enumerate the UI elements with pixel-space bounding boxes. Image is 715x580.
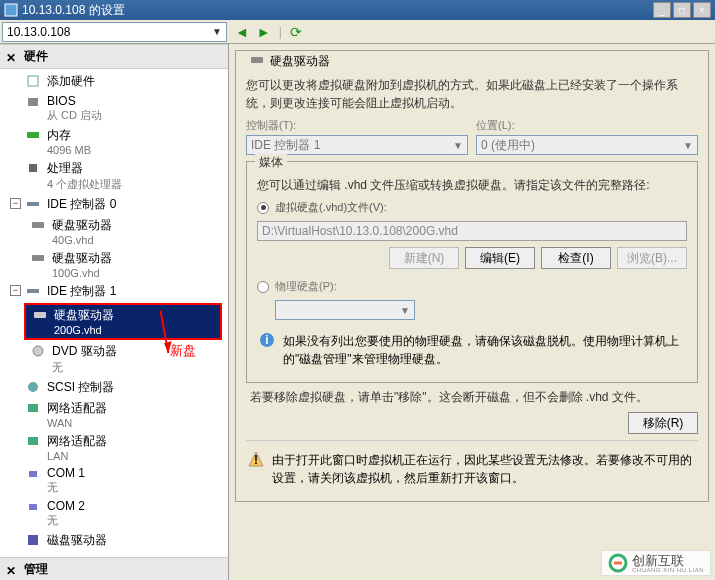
hardware-section-header[interactable]: ✕ 硬件 [0, 44, 228, 69]
remove-button-row: 移除(R) [246, 412, 698, 434]
disk-icon [30, 218, 46, 232]
svg-rect-5 [27, 202, 39, 206]
item-label: COM 1 [47, 466, 85, 480]
nic2-item[interactable]: 网络适配器LAN [0, 431, 228, 464]
vhd-buttons: 新建(N) 编辑(E) 检查(I) 浏览(B)... [257, 247, 687, 269]
svg-rect-12 [28, 404, 38, 412]
chip-icon [25, 95, 41, 109]
info-icon: i [259, 332, 275, 348]
physical-radio[interactable] [257, 281, 269, 293]
network-icon [25, 401, 41, 415]
new-button[interactable]: 新建(N) [389, 247, 459, 269]
floppy-icon [25, 533, 41, 547]
svg-point-11 [28, 382, 38, 392]
address-dropdown[interactable]: 10.13.0.108 ▼ [2, 22, 227, 42]
browse-button[interactable]: 浏览(B)... [617, 247, 687, 269]
svg-point-10 [33, 346, 43, 356]
physical-radio-label: 物理硬盘(P): [275, 279, 337, 294]
panel-description: 您可以更改将虚拟硬盘附加到虚拟机的方式。如果此磁盘上已经安装了一个操作系统，则更… [246, 76, 698, 112]
item-sub: WAN [47, 417, 107, 429]
dvd-item[interactable]: DVD 驱动器无 [0, 341, 228, 377]
physical-info-row: i 如果没有列出您要使用的物理硬盘，请确保该磁盘脱机。使用物理计算机上的"磁盘管… [257, 328, 687, 372]
svg-rect-8 [27, 289, 39, 293]
svg-rect-1 [28, 76, 38, 86]
floppy-item[interactable]: 磁盘驱动器 [0, 530, 228, 551]
vhd-radio[interactable] [257, 202, 269, 214]
separator [246, 440, 698, 441]
minimize-button[interactable]: _ [653, 2, 671, 18]
vhd-path-input[interactable]: D:\VirtualHost\10.13.0.108\200G.vhd [257, 221, 687, 241]
collapse-box-icon[interactable]: − [10, 198, 21, 209]
remove-button[interactable]: 移除(R) [628, 412, 698, 434]
nav-separator: | [279, 25, 282, 39]
management-section-label: 管理 [24, 561, 48, 578]
panel-title: 硬盘驱动器 [270, 53, 330, 70]
chevron-down-icon: ▼ [212, 26, 222, 37]
com2-item[interactable]: COM 2无 [0, 497, 228, 530]
item-label: 硬盘驱动器 [52, 217, 112, 234]
item-sub: 从 CD 启动 [47, 108, 102, 123]
bios-item[interactable]: BIOS从 CD 启动 [0, 92, 228, 125]
warning-icon: ! [248, 451, 264, 467]
svg-rect-4 [29, 164, 37, 172]
controller-location-row: 控制器(T): IDE 控制器 1 ▼ 位置(L): 0 (使用中) ▼ [246, 118, 698, 155]
media-legend: 媒体 [255, 154, 287, 171]
item-sub: 4096 MB [47, 144, 91, 156]
panel-title-row: 硬盘驱动器 [246, 53, 334, 70]
location-value: 0 (使用中) [481, 137, 535, 154]
nav-forward-icon[interactable]: ► [257, 24, 271, 40]
item-sub: 200G.vhd [54, 324, 114, 336]
item-label: 硬盘驱动器 [52, 250, 112, 267]
chevron-down-icon: ▼ [683, 140, 693, 151]
window-titlebar: 10.13.0.108 的设置 _ □ × [0, 0, 715, 20]
item-label: 硬盘驱动器 [54, 307, 114, 324]
location-select[interactable]: 0 (使用中) ▼ [476, 135, 698, 155]
ide1-item[interactable]: − IDE 控制器 1 [0, 281, 228, 302]
ide0-disk1-item[interactable]: 硬盘驱动器40G.vhd [0, 215, 228, 248]
maximize-button[interactable]: □ [673, 2, 691, 18]
controller-select[interactable]: IDE 控制器 1 ▼ [246, 135, 468, 155]
collapse-box-icon[interactable]: − [10, 285, 21, 296]
item-sub: 无 [47, 513, 85, 528]
management-section-header[interactable]: ✕ 管理 [0, 557, 228, 580]
ide0-item[interactable]: − IDE 控制器 0 [0, 194, 228, 215]
cpu-item[interactable]: 处理器4 个虚拟处理器 [0, 158, 228, 194]
ide1-disk-item[interactable]: 硬盘驱动器200G.vhd [26, 305, 220, 338]
network-icon [25, 434, 41, 448]
item-label: IDE 控制器 0 [47, 196, 116, 213]
vhd-radio-row[interactable]: 虚拟硬盘(.vhd)文件(V): [257, 200, 687, 215]
physical-info-text: 如果没有列出您要使用的物理硬盘，请确保该磁盘脱机。使用物理计算机上的"磁盘管理"… [283, 332, 685, 368]
collapse-icon: ✕ [6, 564, 18, 576]
vhd-path-text: D:\VirtualHost\10.13.0.108\200G.vhd [262, 224, 458, 238]
window-title: 10.13.0.108 的设置 [22, 2, 651, 19]
svg-rect-18 [251, 57, 263, 63]
nav-back-icon[interactable]: ◄ [235, 24, 249, 40]
ide0-disk2-item[interactable]: 硬盘驱动器100G.vhd [0, 248, 228, 281]
selection-highlight: 硬盘驱动器200G.vhd [24, 303, 222, 340]
remove-note: 若要移除虚拟硬盘，请单击"移除"。这会断开磁盘，但不会删除 .vhd 文件。 [250, 389, 694, 406]
sidebar: ✕ 硬件 添加硬件 BIOS从 CD 启动 内存4096 MB [0, 44, 229, 580]
svg-rect-0 [5, 4, 17, 16]
scsi-item[interactable]: SCSI 控制器 [0, 377, 228, 398]
add-hardware-item[interactable]: 添加硬件 [0, 71, 228, 92]
refresh-icon[interactable]: ⟳ [290, 24, 302, 40]
physical-radio-row[interactable]: 物理硬盘(P): [257, 279, 687, 294]
controller-icon [25, 284, 41, 298]
close-button[interactable]: × [693, 2, 711, 18]
item-label: 网络适配器 [47, 400, 107, 417]
edit-button[interactable]: 编辑(E) [465, 247, 535, 269]
item-sub: 4 个虚拟处理器 [47, 177, 122, 192]
hardware-section-label: 硬件 [24, 48, 48, 65]
controller-label: 控制器(T): [246, 118, 468, 133]
watermark-text: 创新互联 [632, 554, 704, 567]
media-fieldset: 媒体 您可以通过编辑 .vhd 文件压缩或转换虚拟硬盘。请指定该文件的完整路径:… [246, 161, 698, 383]
nic1-item[interactable]: 网络适配器WAN [0, 398, 228, 431]
physical-disk-select[interactable]: ▼ [275, 300, 415, 320]
inspect-button[interactable]: 检查(I) [541, 247, 611, 269]
svg-rect-16 [28, 535, 38, 545]
chevron-down-icon: ▼ [400, 305, 410, 316]
com1-item[interactable]: COM 1无 [0, 464, 228, 497]
app-icon [4, 3, 18, 17]
memory-item[interactable]: 内存4096 MB [0, 125, 228, 158]
item-sub: LAN [47, 450, 107, 462]
